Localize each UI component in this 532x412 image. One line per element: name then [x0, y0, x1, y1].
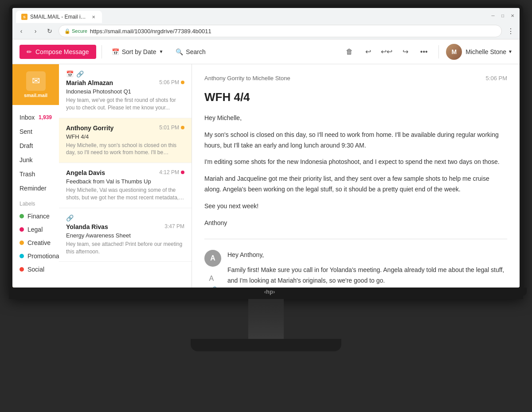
email-item[interactable]: Anthony Gorrity 5:01 PM WFH 4/4 Hey Mich…	[59, 118, 192, 163]
delete-button[interactable]: 🗑	[342, 44, 357, 59]
promotional-dot	[20, 254, 24, 258]
calendar-icon: 📅	[112, 48, 119, 55]
sidebar-item-inbox[interactable]: Inbox 1,939	[12, 110, 59, 124]
secure-badge: 🔒 Secure	[64, 28, 87, 34]
forward-email-button[interactable]: ↪	[398, 44, 413, 59]
sort-button[interactable]: 📅 Sort by Date ▼	[107, 46, 168, 58]
email-attachments-row: 📅 🔗	[66, 70, 184, 78]
reply-content: Hey Anthony, Family first! Make sure you…	[227, 250, 507, 288]
search-icon: 🔍	[176, 48, 183, 55]
social-dot	[20, 267, 24, 272]
calendar-icon: 📅	[66, 70, 74, 78]
finance-dot	[20, 214, 24, 218]
email-item[interactable]: 🔗 Yolanda Rivas 3:47 PM Energy Awareness…	[59, 208, 192, 262]
sidebar-logo: ✉ smail.mail	[12, 64, 59, 105]
label-item-finance[interactable]: Finance	[12, 210, 59, 223]
compose-icon: ✏	[27, 48, 32, 55]
attachment-icon: 🔗	[209, 286, 217, 288]
more-options-button[interactable]: •••	[416, 44, 431, 59]
hp-logo: ‹hp›	[264, 288, 275, 295]
tab-favicon: S	[21, 14, 27, 20]
browser-tab[interactable]: S SMAIL.MAIL - Email inbo... ✕	[16, 11, 102, 23]
monitor-bottom-bar: ‹hp›	[12, 288, 527, 295]
legal-dot	[20, 227, 24, 232]
email-detail-panel: Anthony Gorrity to Michelle Stone 5:06 P…	[192, 64, 520, 288]
url-text: https://smail.mail/10300/nrgdrive/77389.…	[90, 28, 211, 35]
label-item-promotional[interactable]: Promotional	[12, 249, 59, 263]
font-icon: A	[209, 275, 217, 283]
email-item[interactable]: Angela Davis 4:12 PM Feedback from Val i…	[59, 163, 192, 208]
reply-avatar: A	[204, 250, 221, 267]
priority-indicator	[181, 126, 184, 129]
link-icon: 🔗	[76, 70, 84, 78]
sidebar-item-draft[interactable]: Draft	[12, 139, 59, 153]
email-body: Hey Michelle, My son's school is closed …	[204, 113, 507, 228]
link-icon: 🔗	[66, 214, 74, 222]
compose-button[interactable]: ✏ Compose Message	[20, 45, 96, 59]
reload-button[interactable]: ↻	[44, 26, 55, 36]
sidebar-item-reminder[interactable]: Reminder	[12, 181, 59, 195]
tab-close-button[interactable]: ✕	[90, 14, 97, 20]
label-item-creative[interactable]: Creative	[12, 236, 59, 249]
priority-indicator	[181, 171, 184, 174]
label-item-social[interactable]: Social	[12, 263, 59, 276]
monitor-stand-neck	[248, 299, 284, 339]
sidebar: ✉ smail.mail Inbox 1,939 Sent Draft	[12, 64, 59, 288]
maximize-button[interactable]: □	[499, 12, 506, 19]
monitor-stand-base	[191, 339, 341, 351]
close-button[interactable]: ✕	[509, 12, 516, 19]
labels-section-header: Labels	[12, 195, 59, 210]
address-bar[interactable]: 🔒 Secure https://smail.mail/10300/nrgdri…	[59, 25, 502, 37]
sidebar-item-junk[interactable]: Junk	[12, 153, 59, 167]
creative-dot	[20, 241, 24, 245]
user-avatar: M	[446, 44, 462, 60]
label-item-legal[interactable]: Legal	[12, 223, 59, 236]
minimize-button[interactable]: ─	[489, 12, 497, 19]
search-button[interactable]: 🔍 Search	[171, 46, 210, 58]
reply-button[interactable]: ↩	[360, 44, 376, 59]
email-list: 📅 🔗 Mariah Almazan 5:06 PM Indonesia Pho…	[59, 64, 192, 288]
app-toolbar: ✏ Compose Message 📅 Sort by Date ▼ 🔍 Sea…	[12, 39, 520, 64]
sidebar-item-trash[interactable]: Trash	[12, 167, 59, 181]
logo-icon: ✉	[26, 71, 46, 91]
email-reply-block: A A 🔗 Hey Anthony, Family first! Make su…	[204, 250, 507, 288]
reply-action-icons: A 🔗	[209, 275, 217, 288]
user-dropdown-icon: ▼	[508, 49, 512, 54]
browser-menu-button[interactable]: ⋮	[505, 26, 516, 36]
sidebar-nav: Inbox 1,939 Sent Draft Junk	[12, 105, 59, 288]
sort-dropdown-icon: ▼	[159, 49, 163, 54]
reply-all-button[interactable]: ↩↩	[379, 44, 394, 59]
sidebar-item-sent[interactable]: Sent	[12, 124, 59, 139]
toolbar-divider	[102, 45, 102, 58]
thread-divider	[204, 239, 507, 239]
back-button[interactable]: ‹	[16, 26, 27, 36]
forward-button[interactable]: ›	[30, 26, 41, 36]
priority-indicator	[181, 81, 184, 84]
email-attachments-row: 🔗	[66, 214, 184, 222]
email-item[interactable]: 📅 🔗 Mariah Almazan 5:06 PM Indonesia Pho…	[59, 64, 192, 118]
user-name-button[interactable]: Michelle Stone ▼	[466, 48, 512, 55]
tab-title: SMAIL.MAIL - Email inbo...	[30, 14, 88, 20]
